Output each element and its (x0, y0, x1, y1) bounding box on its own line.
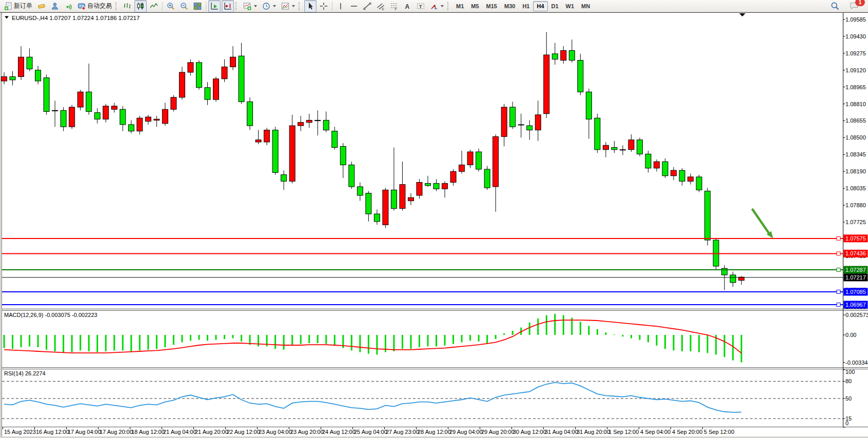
macd-bar (88, 335, 90, 351)
auto-scroll-icon (210, 2, 219, 10)
candlestick-chart-button[interactable] (134, 0, 147, 12)
arrows-button[interactable] (428, 0, 446, 12)
mql5-community-button[interactable] (49, 0, 61, 12)
toolbar-separator (206, 2, 206, 11)
new-chart-button[interactable] (241, 0, 259, 12)
zoom-in-button[interactable] (165, 0, 177, 12)
new-order-label: 新订单 (14, 2, 32, 10)
macd-bar (80, 335, 81, 350)
candle-body (10, 76, 15, 79)
time-tick-label: 27 Aug 23:00 (386, 429, 419, 435)
macd-bar (359, 335, 361, 352)
auto-scroll-button[interactable] (208, 0, 221, 12)
candle-body (35, 70, 41, 81)
candle-body (69, 107, 75, 127)
hline-handle (837, 252, 840, 255)
candle-body (230, 57, 236, 67)
new-order-button[interactable]: 新订单 (2, 0, 34, 12)
macd-bar (4, 335, 5, 348)
macd-bar (698, 335, 700, 352)
candle-body (264, 130, 270, 142)
horizontal-line-button[interactable] (348, 0, 360, 12)
macd-bar (122, 335, 124, 350)
time-tick-label: 24 Aug 12:00 (322, 429, 356, 435)
signals-button[interactable] (62, 0, 74, 12)
zoom-out-button[interactable] (178, 0, 190, 12)
timeframe-m30[interactable]: M30 (501, 1, 519, 11)
price-tick-label: 1.08965 (845, 84, 866, 90)
timeframe-m15[interactable]: M15 (483, 1, 501, 11)
candle-body (349, 165, 354, 187)
hline-handle (837, 268, 840, 272)
candles-icon (136, 2, 145, 10)
svg-text:E: E (382, 7, 385, 10)
vertical-line-button[interactable] (334, 0, 347, 12)
price-tick-label: 1.07725 (845, 219, 866, 225)
line-icon (150, 2, 158, 10)
profiles-button[interactable] (260, 0, 278, 12)
autotrading-button[interactable]: 自动交易 (75, 0, 114, 12)
macd-bar (741, 335, 742, 362)
time-tick-label: 23 Aug 04:00 (259, 429, 292, 435)
rsi-label: RSI(14) 26.2274 (4, 370, 46, 376)
candle-body (578, 61, 583, 92)
time-tick-label: 15 Aug 2023 (4, 429, 36, 435)
macd-bar (554, 314, 556, 335)
price-tick-label: 1.08810 (845, 101, 866, 107)
timeframe-mn[interactable]: MN (578, 1, 594, 11)
time-tick-label: 1 Sep 12:00 (608, 429, 639, 435)
candle-body (52, 110, 58, 111)
text-label-button[interactable]: T (415, 0, 427, 12)
candle-body (730, 275, 736, 283)
rsi-axis-label: 80 (845, 378, 852, 384)
cursor-icon (306, 2, 314, 10)
timeframe-m1[interactable]: M1 (452, 1, 467, 11)
candle-body (111, 106, 117, 109)
cursor-button[interactable] (304, 0, 317, 12)
crosshair-icon (320, 2, 328, 10)
candle-body (255, 140, 261, 142)
tile-windows-button[interactable] (191, 0, 204, 12)
candle-body (433, 184, 439, 189)
bar-chart-button[interactable] (121, 0, 133, 12)
candle-body (171, 97, 176, 109)
notification-badge: 1 (855, 0, 865, 6)
search-button[interactable] (828, 0, 841, 12)
text-button[interactable]: A (401, 0, 413, 12)
indicators-button[interactable] (279, 0, 297, 12)
toolbar-grip (299, 2, 302, 10)
line-chart-button[interactable] (148, 0, 160, 12)
macd-label: MACD(12,26,9) -0.003075 -0.002223 (4, 312, 97, 318)
equidistant-channel-button[interactable]: E (374, 0, 387, 12)
timeframe-w1[interactable]: W1 (562, 1, 578, 11)
timeframe-h4[interactable]: H4 (533, 1, 547, 11)
timeframe-m5[interactable]: M5 (467, 1, 482, 11)
candle-body (603, 145, 608, 149)
macd-bar (486, 335, 488, 343)
macd-bar (436, 335, 437, 346)
macd-bar (639, 335, 641, 340)
candle-body (188, 63, 193, 72)
macd-bar (588, 326, 589, 335)
crosshair-button[interactable] (318, 0, 330, 12)
candle-body (586, 92, 591, 119)
macd-bar (37, 335, 39, 347)
notifications-button[interactable]: 1 (847, 0, 861, 12)
candle-body (213, 79, 219, 99)
svg-text:1.07575: 1.07575 (845, 235, 866, 242)
symbol-ohlc-text: EURUSD-,H4 1.07207 1.07224 1.07186 1.072… (12, 15, 140, 21)
candle-body (332, 131, 338, 148)
timeframe-d1[interactable]: D1 (548, 1, 562, 11)
trendline-button[interactable] (361, 0, 373, 12)
macd-bar (12, 335, 13, 349)
timeframe-h1[interactable]: H1 (519, 1, 533, 11)
price-tag-1.07287: 1.07287 (844, 266, 868, 274)
market-button[interactable] (35, 0, 48, 12)
candle-body (281, 175, 287, 182)
chart-shift-button[interactable] (222, 0, 234, 12)
toolbar-right-cluster: 1 (828, 0, 866, 12)
candle-body (154, 119, 160, 120)
fibonacci-button[interactable]: F (388, 0, 400, 12)
hline-handle (837, 290, 840, 293)
price-tag-1.06967: 1.06967 (844, 301, 868, 309)
